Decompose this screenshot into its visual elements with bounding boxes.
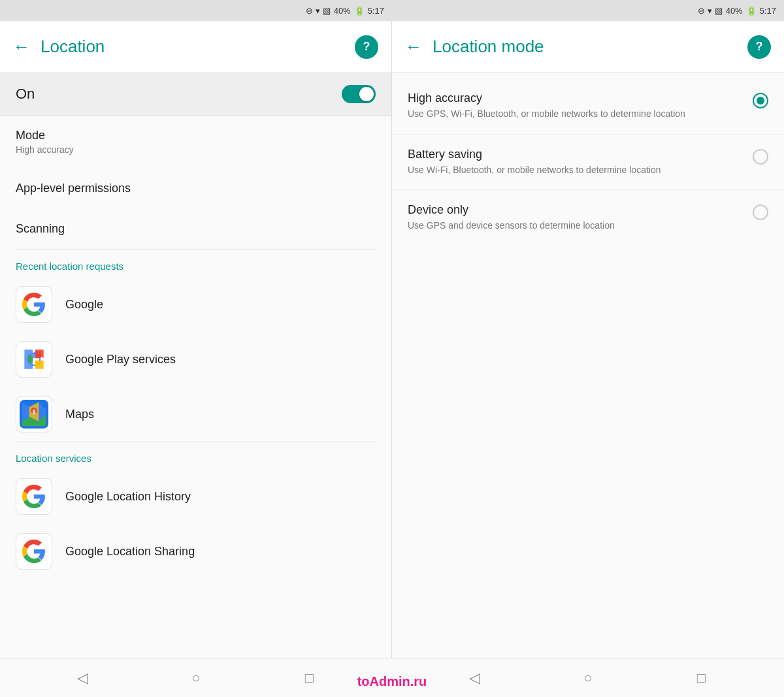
battery-icon-left: 🔋 — [354, 6, 365, 16]
nav-right: ◁ ○ □ — [392, 658, 784, 697]
time-right: 5:17 — [760, 6, 776, 16]
location-mode-top-bar: ← Location mode ? — [392, 21, 784, 73]
device-only-text: Device only Use GPS and device sensors t… — [408, 203, 742, 233]
battery-saving-mode-item[interactable]: Battery saving Use Wi-Fi, Bluetooth, or … — [392, 135, 784, 191]
high-accuracy-text: High accuracy Use GPS, Wi-Fi, Bluetooth,… — [408, 91, 742, 121]
location-sharing-name: Google Location Sharing — [65, 545, 195, 559]
high-accuracy-title: High accuracy — [408, 91, 742, 105]
location-history-name: Google Location History — [65, 490, 191, 504]
location-back-button[interactable]: ← — [13, 37, 30, 57]
battery-percent-right: 40% — [726, 6, 743, 16]
location-mode-title: Location mode — [433, 37, 737, 57]
maps-app-name: Maps — [65, 408, 94, 421]
list-item[interactable]: Google Location History — [0, 469, 391, 524]
battery-saving-title: Battery saving — [408, 148, 742, 161]
app-permissions-item[interactable]: App-level permissions — [0, 169, 391, 209]
app-permissions-title: App-level permissions — [16, 182, 376, 195]
high-accuracy-mode-item[interactable]: High accuracy Use GPS, Wi-Fi, Bluetooth,… — [392, 78, 784, 135]
google-location-sharing-icon — [16, 533, 52, 570]
location-mode-back-button[interactable]: ← — [405, 37, 422, 57]
nav-home-button-left[interactable]: ○ — [183, 665, 209, 691]
scanning-title: Scanning — [16, 222, 376, 236]
battery-icon-right: 🔋 — [746, 6, 757, 16]
high-accuracy-radio[interactable] — [753, 93, 768, 108]
time-left: 5:17 — [368, 6, 384, 16]
high-accuracy-subtitle: Use GPS, Wi-Fi, Bluetooth, or mobile net… — [408, 108, 742, 121]
location-mode-list: High accuracy Use GPS, Wi-Fi, Bluetooth,… — [392, 73, 784, 251]
list-item[interactable]: Google Location Sharing — [0, 524, 391, 579]
settings-list: Mode High accuracy App-level permissions… — [0, 116, 391, 658]
nav-back-button-right[interactable]: ◁ — [462, 665, 488, 691]
maps-icon — [16, 396, 52, 432]
nav-left: ◁ ○ □ — [0, 658, 392, 697]
device-only-mode-item[interactable]: Device only Use GPS and device sensors t… — [392, 190, 784, 246]
status-icons-right: ⊖ ▾ ▧ — [698, 6, 722, 16]
status-icons-left: ⊖ ▾ ▧ — [306, 6, 330, 16]
main-panels: ← Location ? On Mode High accuracy App-l… — [0, 21, 784, 658]
device-only-subtitle: Use GPS and device sensors to determine … — [408, 219, 742, 233]
nav-bar: ◁ ○ □ toAdmin.ru ◁ ○ □ — [0, 658, 784, 697]
battery-saving-text: Battery saving Use Wi-Fi, Bluetooth, or … — [408, 148, 742, 177]
location-toggle-row: On — [0, 73, 391, 116]
battery-saving-radio[interactable] — [753, 149, 768, 165]
device-only-title: Device only — [408, 203, 742, 217]
toggle-label: On — [16, 86, 35, 103]
google-app-name: Google — [65, 298, 103, 312]
battery-percent-left: 40% — [334, 6, 351, 16]
status-bar-left: ⊖ ▾ ▧ 40% 🔋 5:17 — [0, 0, 392, 21]
nav-recent-button-left[interactable]: □ — [296, 665, 322, 691]
location-toggle-switch[interactable] — [342, 85, 376, 103]
device-only-radio[interactable] — [753, 204, 768, 220]
recent-section-header: Recent location requests — [0, 250, 391, 277]
mode-title: Mode — [16, 129, 376, 142]
list-item[interactable]: Maps — [0, 387, 391, 442]
play-services-app-name: Google Play services — [65, 353, 176, 366]
panel-location: ← Location ? On Mode High accuracy App-l… — [0, 21, 392, 658]
google-icon — [16, 286, 52, 323]
location-title: Location — [41, 37, 344, 57]
nav-recent-button-right[interactable]: □ — [688, 665, 714, 691]
nav-home-button-right[interactable]: ○ — [575, 665, 601, 691]
mode-setting-item[interactable]: Mode High accuracy — [0, 116, 391, 169]
panel-location-mode: ← Location mode ? High accuracy Use GPS,… — [392, 21, 784, 658]
status-bar: ⊖ ▾ ▧ 40% 🔋 5:17 ⊖ ▾ ▧ 40% 🔋 5:17 — [0, 0, 784, 21]
location-mode-help-button[interactable]: ? — [747, 35, 771, 59]
svg-rect-0 — [20, 345, 48, 374]
status-bar-right: ⊖ ▾ ▧ 40% 🔋 5:17 — [392, 0, 784, 21]
nav-back-button-left[interactable]: ◁ — [70, 665, 96, 691]
list-item[interactable]: Google — [0, 277, 391, 332]
mode-subtitle: High accuracy — [16, 144, 376, 155]
location-top-bar: ← Location ? — [0, 21, 391, 73]
play-services-icon — [16, 341, 52, 378]
location-services-header: Location services — [0, 442, 391, 469]
google-location-history-icon — [16, 478, 52, 515]
list-item[interactable]: Google Play services — [0, 332, 391, 387]
location-help-button[interactable]: ? — [355, 35, 378, 59]
battery-saving-subtitle: Use Wi-Fi, Bluetooth, or mobile networks… — [408, 164, 742, 177]
scanning-item[interactable]: Scanning — [0, 209, 391, 250]
